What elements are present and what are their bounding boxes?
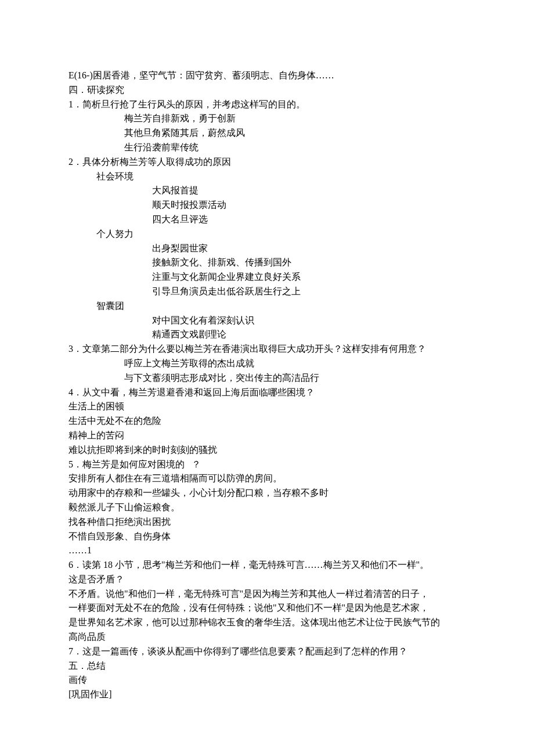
text-line: 画传 bbox=[68, 673, 466, 687]
text-line: 生活中无处不在的危险 bbox=[68, 414, 466, 429]
text-line: 毅然派儿子下山偷运粮食。 bbox=[68, 501, 466, 515]
text-line: 4．从文中看，梅兰芳退避香港和返回上海后面临哪些困境？ bbox=[68, 386, 466, 400]
text-line: [巩固作业] bbox=[68, 687, 466, 702]
text-line: 5．梅兰芳是如何应对困境的 ？ bbox=[68, 458, 466, 472]
text-line: 难以抗拒即将到来的时时刻刻的骚扰 bbox=[68, 443, 466, 458]
text-line: 智囊团 bbox=[68, 299, 466, 314]
text-line: 四．研读探究 bbox=[68, 83, 466, 98]
text-line: 引导旦角演员走出低谷跃居生行之上 bbox=[68, 285, 466, 299]
text-line: 6．读第 18 小节，思考"梅兰芳和他们一样，毫无特殊可言……梅兰芳又和他们不一… bbox=[68, 558, 466, 573]
text-line: 社会环境 bbox=[68, 170, 466, 184]
text-line: 个人努力 bbox=[68, 227, 466, 242]
text-line: 梅兰芳自排新戏，勇于创新 bbox=[68, 111, 466, 126]
text-line: 不矛盾。说他"和他们一样，毫无特殊可言"是因为梅兰芳和其他人一样过着清苦的日子， bbox=[68, 587, 466, 602]
text-line: E(16-)困居香港，坚守气节：固守贫穷、蓄须明志、自伤身体…… bbox=[68, 69, 466, 83]
text-line: 接触新文化、排新戏、传播到国外 bbox=[68, 255, 466, 270]
document-page: E(16-)困居香港，坚守气节：固守贫穷、蓄须明志、自伤身体……四．研读探究1．… bbox=[0, 0, 534, 756]
text-line: 精通西文戏剧理论 bbox=[68, 327, 466, 342]
text-line: 动用家中的存粮和一些罐头，小心计划分配口粮，当存粮不多时 bbox=[68, 486, 466, 501]
text-line: 四大名旦评选 bbox=[68, 213, 466, 227]
text-line: 7．这是一篇画传，谈谈从配画中你得到了哪些信息要素？配画起到了怎样的作用？ bbox=[68, 645, 466, 659]
text-line: 精神上的苦闷 bbox=[68, 429, 466, 443]
text-line: 生行沿袭前辈传统 bbox=[68, 141, 466, 155]
text-line: 这是否矛盾？ bbox=[68, 573, 466, 587]
text-line: 安排所有人都住在有三道墙相隔而可以防弹的房间。 bbox=[68, 471, 466, 486]
text-line: 3．文章第二部分为什么要以梅兰芳在香港演出取得巨大成功开头？这样安排有何用意？ bbox=[68, 342, 466, 357]
text-line: 大风报首提 bbox=[68, 183, 466, 198]
text-line: 2．具体分析梅兰芳等人取得成功的原因 bbox=[68, 155, 466, 170]
text-line: 找各种借口拒绝演出困扰 bbox=[68, 515, 466, 530]
text-line: 高尚品质 bbox=[68, 630, 466, 645]
text-line: 五．总结 bbox=[68, 659, 466, 674]
text-line: 呼应上文梅兰芳取得的杰出成就 bbox=[68, 357, 466, 371]
text-line: 出身梨园世家 bbox=[68, 242, 466, 256]
text-line: 与下文蓄须明志形成对比，突出传主的高洁品行 bbox=[68, 371, 466, 386]
text-line: 其他旦角紧随其后，蔚然成风 bbox=[68, 126, 466, 141]
text-line: 顺天时报投票活动 bbox=[68, 198, 466, 213]
text-line: 对中国文化有着深刻认识 bbox=[68, 314, 466, 328]
text-line: 不惜自毁形象、自伤身体 bbox=[68, 530, 466, 544]
text-line: 1．简析旦行抢了生行风头的原因，并考虑这样写的目的。 bbox=[68, 98, 466, 112]
text-line: ……1 bbox=[68, 543, 466, 558]
text-line: 生活上的困顿 bbox=[68, 399, 466, 414]
text-line: 一样要面对无处不在的危险，没有任何特殊；说他"又和他们不一样"是因为他是艺术家， bbox=[68, 601, 466, 615]
text-line: 注重与文化新闻企业界建立良好关系 bbox=[68, 270, 466, 285]
text-line: 是世界知名艺术家，他可以过那种锦衣玉食的奢华生活。这体现出他艺术让位于民族气节的 bbox=[68, 615, 466, 630]
